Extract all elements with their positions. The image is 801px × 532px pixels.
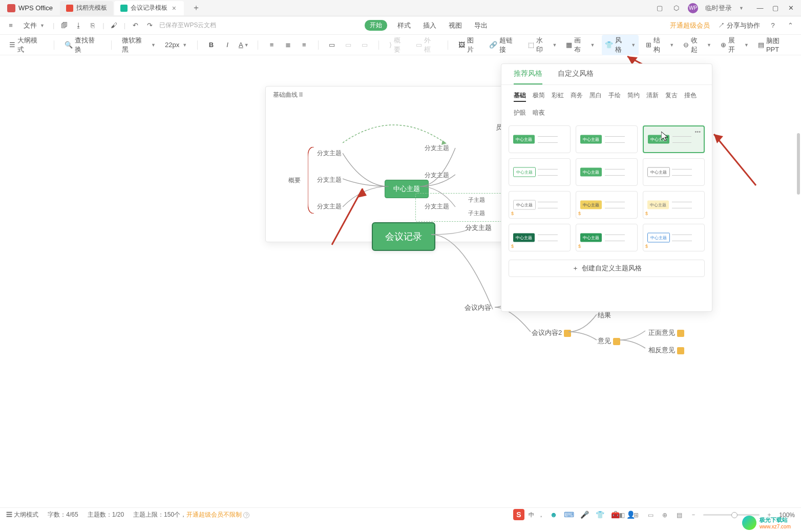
bold-button[interactable]: B xyxy=(206,39,217,51)
ime-voice-icon[interactable]: 🎤 xyxy=(579,509,590,520)
menu-style[interactable]: 样式 xyxy=(395,20,413,31)
note-icon[interactable] xyxy=(564,330,571,337)
style-thumb-3-selected[interactable]: •••中心主题 xyxy=(643,125,705,153)
ime-toolbox-icon[interactable]: 🧰 xyxy=(609,509,621,520)
ime-user-icon[interactable]: 👤 xyxy=(625,509,636,520)
help-icon[interactable]: ? xyxy=(768,21,777,30)
relation-button[interactable]: ▭ 外框 xyxy=(414,35,439,55)
save-icon[interactable]: 🗐 xyxy=(59,21,69,30)
menu-icon[interactable]: ≡ xyxy=(6,21,15,30)
tab-template-search[interactable]: 找稻壳模板 xyxy=(60,1,113,15)
style-thumb-1[interactable]: 中心主题 xyxy=(509,125,571,153)
share-button[interactable]: ↗ 分享与协作 xyxy=(718,21,760,30)
cat-minimal[interactable]: 极简 xyxy=(533,91,545,102)
ime-logo-icon[interactable]: S xyxy=(513,509,524,520)
cat-handdrawn[interactable]: 手绘 xyxy=(608,91,621,102)
outline-mode-button[interactable]: ☰ 大纲模式 xyxy=(7,35,46,55)
style-thumb-5[interactable]: 中心主题 xyxy=(576,158,638,186)
tab-recommend[interactable]: 推荐风格 xyxy=(514,69,542,84)
insert-parent-icon[interactable]: ▭ xyxy=(359,39,370,51)
collapse-ribbon-icon[interactable]: ⌃ xyxy=(786,21,795,30)
canvas-neg-opinion[interactable]: 相反意见 xyxy=(648,346,684,355)
canvas-center-node[interactable]: 会议记录 xyxy=(372,222,435,251)
mindmap-ppt-button[interactable]: ▤ 脑图PPT xyxy=(756,35,794,54)
close-button[interactable]: ✕ xyxy=(787,4,795,12)
tab-custom[interactable]: 自定义风格 xyxy=(558,69,594,84)
status-icon-4[interactable]: ⊕ xyxy=(660,510,669,520)
cat-contrast[interactable]: 撞色 xyxy=(684,91,697,102)
cat-bw[interactable]: 黑白 xyxy=(589,91,602,102)
vertical-scrollbar[interactable] xyxy=(797,133,800,195)
ime-toolbar[interactable]: S 中 ， ☻ ⌨ 🎤 👕 🧰 👤 xyxy=(509,507,640,522)
style-thumb-9[interactable]: $中心主题 xyxy=(643,191,705,219)
italic-button[interactable]: I xyxy=(222,39,233,51)
download-icon[interactable]: ⭳ xyxy=(74,21,83,30)
format-painter-icon[interactable]: 🖌 xyxy=(110,21,119,30)
canvas-pos-opinion[interactable]: 正面意见 xyxy=(648,328,684,337)
ime-keyboard-icon[interactable]: ⌨ xyxy=(563,509,575,520)
zoom-out-button[interactable]: － xyxy=(689,510,698,520)
canvas-opinion[interactable]: 意见 xyxy=(598,336,620,346)
canvas[interactable]: 基础曲线 II 中心主题 分支主题 分支主题 分支主题 分支主题 分支主题 分支… xyxy=(0,55,801,514)
menu-view[interactable]: 视图 xyxy=(447,20,464,31)
note-icon[interactable] xyxy=(677,330,684,337)
chevron-down-icon[interactable]: ▼ xyxy=(739,6,744,11)
window-layout-icon[interactable]: ▢ xyxy=(655,4,664,13)
watermark-button[interactable]: ⬚ 水印▼ xyxy=(526,35,559,55)
close-icon[interactable]: × xyxy=(171,5,178,12)
create-custom-theme[interactable]: ＋ 创建自定义主题风格 xyxy=(509,260,705,277)
cat-basic[interactable]: 基础 xyxy=(514,91,526,102)
summary-button[interactable]: ⟩ 概要 xyxy=(387,35,409,55)
style-thumb-12[interactable]: $中心主题 xyxy=(643,224,705,251)
canvas-branch-top[interactable]: 分支主题 xyxy=(465,223,492,232)
status-icon-5[interactable]: ▤ xyxy=(674,510,684,520)
style-thumb-10[interactable]: $中心主题 xyxy=(509,224,571,251)
minimize-button[interactable]: — xyxy=(756,4,764,12)
file-menu[interactable]: 文件 ▼ xyxy=(20,20,48,31)
ime-punct-icon[interactable]: ， xyxy=(538,511,544,519)
canvas-content2[interactable]: 会议内容2 xyxy=(532,328,571,337)
style-thumb-11[interactable]: $中心主题 xyxy=(576,224,638,251)
align-left-button[interactable]: ≡ xyxy=(266,39,278,51)
ime-lang[interactable]: 中 xyxy=(529,511,534,519)
style-thumb-2[interactable]: 中心主题 xyxy=(576,125,638,153)
insert-sibling-icon[interactable]: ▭ xyxy=(327,39,338,51)
menu-export[interactable]: 导出 xyxy=(472,20,490,31)
style-thumb-8[interactable]: $中心主题 xyxy=(576,191,638,219)
canvas-result[interactable]: 结果 xyxy=(598,311,611,320)
cat-retro[interactable]: 复古 xyxy=(665,91,678,102)
image-button[interactable]: 🖼 图片 xyxy=(456,35,482,55)
style-thumb-7[interactable]: $中心主题 xyxy=(509,191,571,219)
ime-skin-icon[interactable]: 👕 xyxy=(594,509,605,520)
font-size-select[interactable]: 22px▼ xyxy=(163,40,189,50)
insert-child-icon[interactable]: ▭ xyxy=(343,39,354,51)
status-vip-link[interactable]: 开通超级会员不限制 xyxy=(186,511,242,518)
avatar[interactable]: WP xyxy=(688,3,698,13)
ime-emoji-icon[interactable]: ☻ xyxy=(548,509,559,520)
collapse-button[interactable]: ⊖ 收起▼ xyxy=(681,35,713,55)
align-center-button[interactable]: ≣ xyxy=(282,39,293,51)
cat-simple[interactable]: 简约 xyxy=(627,91,640,102)
canvas-content[interactable]: 会议内容 xyxy=(465,303,491,312)
style-thumb-4[interactable]: 中心主题 xyxy=(509,158,571,186)
status-icon-3[interactable]: ▭ xyxy=(646,510,655,520)
structure-button[interactable]: ⊞ 结构▼ xyxy=(644,35,676,55)
export-icon[interactable]: ⎘ xyxy=(88,21,97,30)
menu-start[interactable]: 开始 xyxy=(365,20,387,31)
cube-icon[interactable]: ⬡ xyxy=(671,4,681,13)
font-name-select[interactable]: 微软雅黑▼ xyxy=(120,35,158,55)
note-icon[interactable] xyxy=(613,338,620,345)
maximize-button[interactable]: ▢ xyxy=(771,4,779,12)
expand-button[interactable]: ⊕ 展开▼ xyxy=(719,35,751,55)
cat-dark[interactable]: 暗夜 xyxy=(533,109,545,117)
note-icon[interactable] xyxy=(677,347,684,354)
cat-fresh[interactable]: 清新 xyxy=(646,91,659,102)
cat-business[interactable]: 商务 xyxy=(571,91,583,102)
undo-icon[interactable]: ↶ xyxy=(131,21,140,30)
align-right-button[interactable]: ≡ xyxy=(299,39,310,51)
status-outline[interactable]: ☰ 大纲模式 xyxy=(6,510,38,519)
redo-icon[interactable]: ↷ xyxy=(145,21,154,30)
style-thumb-6[interactable]: 中心主题 xyxy=(643,158,705,186)
tab-add-button[interactable]: ＋ xyxy=(189,1,203,15)
vip-link[interactable]: 开通超级会员 xyxy=(670,21,710,30)
